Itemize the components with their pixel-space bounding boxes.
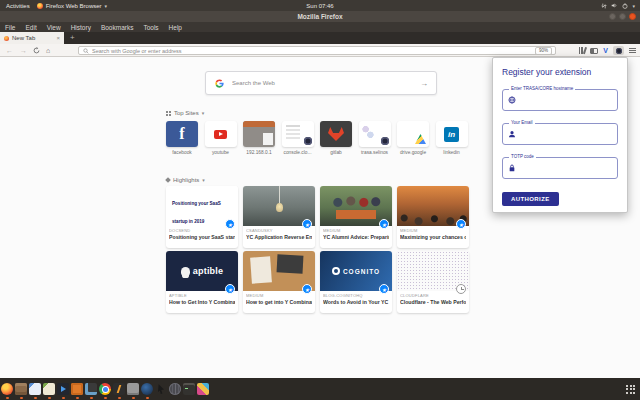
zoom-level-button[interactable]: 90% [535, 47, 552, 55]
hamburger-menu-icon[interactable] [629, 48, 636, 53]
power-icon[interactable] [622, 3, 628, 9]
home-button[interactable]: ⌂ [46, 46, 50, 55]
chrome-icon[interactable] [98, 379, 112, 399]
popup-title: Register your extension [502, 67, 618, 77]
highlight-card[interactable]: Positioning your SaaS startup in 2019 ★ … [166, 186, 238, 248]
volume-icon[interactable] [611, 2, 618, 9]
color-plugin-icon[interactable] [196, 379, 210, 399]
menu-file[interactable]: File [0, 24, 20, 31]
top-site-trasa[interactable]: trasa.selinos [359, 121, 391, 155]
screenshot-tool-icon[interactable] [84, 379, 98, 399]
app-menu-button[interactable]: Firefox Web Browser ▾ [37, 3, 107, 9]
top-site-gitlab[interactable]: gitlab [320, 121, 352, 155]
card-source: CSANDUSKY [246, 228, 312, 233]
grid-icon [166, 111, 171, 116]
menu-help[interactable]: Help [164, 24, 187, 31]
dark-sphere-app-icon[interactable] [140, 379, 154, 399]
menu-history[interactable]: History [66, 24, 96, 31]
top-site-linkedin[interactable]: in linkedin [436, 121, 468, 155]
top-site-youtube[interactable]: youtube [205, 121, 237, 155]
chevron-down-icon: ▾ [202, 110, 205, 116]
tab-close-icon[interactable]: × [56, 35, 60, 41]
network-icon[interactable] [601, 3, 607, 9]
minimize-button[interactable] [609, 13, 616, 20]
power-app-icon[interactable] [112, 379, 126, 399]
highlight-card[interactable]: ★ CSANDUSKY YC Application Reverse Engin… [243, 186, 315, 248]
top-site-label: drive.google [397, 150, 429, 155]
authorize-button[interactable]: AUTHORIZE [502, 192, 559, 206]
menu-view[interactable]: View [42, 24, 66, 31]
reload-button[interactable] [33, 47, 40, 54]
top-site-facebook[interactable]: f facebook [166, 121, 198, 155]
pointer-tool-icon[interactable] [154, 379, 168, 399]
top-sites-header[interactable]: Top Sites ▾ [166, 110, 204, 116]
top-site-drive[interactable]: drive.google [397, 121, 429, 155]
tab-label: New Tab [12, 35, 35, 41]
menu-bookmarks[interactable]: Bookmarks [96, 24, 139, 31]
hostname-input[interactable] [520, 96, 617, 104]
hostname-field[interactable]: Enter TRASA/CORE hostname [502, 89, 618, 111]
activities-button[interactable]: Activities [6, 3, 30, 9]
file-cabinet-icon[interactable] [14, 379, 28, 399]
console-page-thumbnail [282, 121, 314, 147]
sidebar-icon[interactable] [590, 48, 598, 54]
text-editor-icon[interactable] [42, 379, 56, 399]
highlight-card[interactable]: COGNITO ★ BLOG.COGNITOHQ Words to Avoid … [320, 251, 392, 313]
card-source: MEDIUM [323, 228, 389, 233]
trasa-logo-icon [381, 137, 389, 145]
top-site-router[interactable]: 192.168.0.1 [243, 121, 275, 155]
email-input[interactable] [520, 130, 617, 138]
totp-input[interactable] [520, 164, 617, 172]
menu-tools[interactable]: Tools [138, 24, 163, 31]
lock-icon [508, 164, 516, 172]
close-button[interactable] [629, 13, 636, 20]
globe-icon [508, 96, 516, 104]
web-search-input[interactable] [230, 79, 420, 87]
window-title-bar: Mozilla Firefox [0, 11, 640, 22]
tab-new-tab[interactable]: New Tab × [0, 32, 64, 44]
phone-app-icon[interactable] [126, 379, 140, 399]
show-applications-icon[interactable] [626, 385, 635, 394]
chevron-down-icon: ▾ [202, 177, 205, 183]
top-site-label: youtube [205, 150, 237, 155]
highlight-card[interactable]: ★ MEDIUM How to get into Y Combinator ..… [243, 251, 315, 313]
card-title: Words to Avoid in Your YC Ap... [323, 299, 389, 305]
network-globe-icon[interactable] [168, 379, 182, 399]
bookmark-star-icon: ★ [379, 219, 389, 229]
url-input[interactable] [92, 48, 535, 54]
library-icon[interactable] [579, 47, 586, 54]
search-submit-arrow-icon[interactable]: → [420, 79, 428, 88]
back-button[interactable]: ← [6, 46, 13, 55]
search-icon [83, 48, 89, 54]
tab-bar: New Tab × + [0, 32, 640, 44]
email-field[interactable]: Your Email [502, 123, 618, 145]
highlights-header[interactable]: Highlights ▾ [166, 177, 205, 183]
url-bar[interactable]: 90% [78, 46, 556, 55]
trasa-extension-button[interactable] [613, 46, 624, 55]
media-player-icon[interactable] [56, 379, 70, 399]
highlight-card[interactable]: CLOUDFLARE Cloudflare - The Web Perform.… [397, 251, 469, 313]
card-source: DOCSEND [169, 228, 235, 233]
v-extension-icon[interactable]: V [603, 46, 608, 55]
firefox-icon[interactable] [0, 379, 14, 399]
document-writer-icon[interactable] [28, 379, 42, 399]
top-site-console[interactable]: console.clo... [282, 121, 314, 155]
web-search-box[interactable]: → [205, 71, 437, 95]
cognito-wordmark: COGNITO [343, 268, 380, 275]
totp-field[interactable]: TOTP code [502, 157, 618, 179]
highlight-card[interactable]: ★ MEDIUM Maximizing your chances of ge..… [397, 186, 469, 248]
menu-bar: File Edit View History Bookmarks Tools H… [0, 22, 640, 32]
highlights-label: Highlights [173, 177, 199, 183]
terminal-icon[interactable] [182, 379, 196, 399]
top-site-label: 192.168.0.1 [243, 150, 275, 155]
new-tab-button[interactable]: + [70, 33, 75, 43]
user-icon [508, 130, 516, 138]
highlight-card[interactable]: aptible ★ APTIBLE How to Get Into Y Comb… [166, 251, 238, 313]
trasa-extension-icon [616, 48, 622, 54]
history-clock-icon [456, 284, 466, 294]
forward-button[interactable]: → [20, 46, 27, 55]
menu-edit[interactable]: Edit [20, 24, 41, 31]
maximize-button[interactable] [619, 13, 626, 20]
software-center-icon[interactable] [70, 379, 84, 399]
highlight-card[interactable]: ★ MEDIUM YC Alumni Advice: Preparing f..… [320, 186, 392, 248]
